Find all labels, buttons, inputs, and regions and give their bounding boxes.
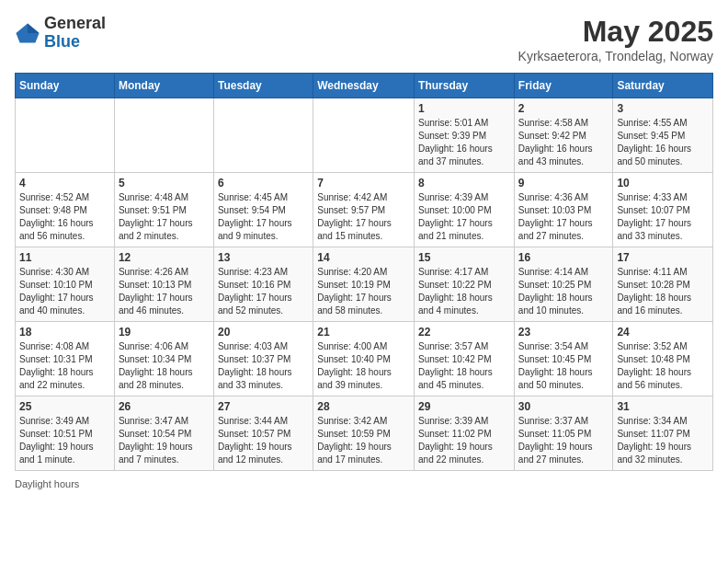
calendar-cell: 22Sunrise: 3:57 AM Sunset: 10:42 PM Dayl… <box>415 322 515 396</box>
day-header-friday: Friday <box>514 74 613 98</box>
calendar-cell: 11Sunrise: 4:30 AM Sunset: 10:10 PM Dayl… <box>16 247 115 322</box>
week-row-5: 25Sunrise: 3:49 AM Sunset: 10:51 PM Dayl… <box>16 396 713 471</box>
calendar-cell <box>313 98 415 173</box>
day-number: 4 <box>19 177 110 190</box>
calendar-cell: 8Sunrise: 4:39 AM Sunset: 10:00 PM Dayli… <box>415 173 515 247</box>
calendar-cell: 15Sunrise: 4:17 AM Sunset: 10:22 PM Dayl… <box>415 247 515 322</box>
day-number: 6 <box>218 177 309 190</box>
calendar-cell: 3Sunrise: 4:55 AM Sunset: 9:45 PM Daylig… <box>613 98 713 173</box>
logo-general-text: General <box>44 15 106 33</box>
svg-marker-1 <box>28 23 40 33</box>
day-number: 29 <box>418 400 510 413</box>
calendar-cell: 7Sunrise: 4:42 AM Sunset: 9:57 PM Daylig… <box>313 173 415 247</box>
day-detail: Sunrise: 3:42 AM Sunset: 10:59 PM Daylig… <box>317 415 410 466</box>
day-detail: Sunrise: 5:01 AM Sunset: 9:39 PM Dayligh… <box>418 117 510 168</box>
calendar-cell: 18Sunrise: 4:08 AM Sunset: 10:31 PM Dayl… <box>16 322 115 396</box>
day-number: 31 <box>617 400 709 413</box>
calendar-cell: 13Sunrise: 4:23 AM Sunset: 10:16 PM Dayl… <box>213 247 313 322</box>
day-detail: Sunrise: 4:17 AM Sunset: 10:22 PM Daylig… <box>418 266 510 317</box>
day-number: 13 <box>218 251 309 264</box>
day-detail: Sunrise: 3:57 AM Sunset: 10:42 PM Daylig… <box>418 340 510 392</box>
calendar-cell: 21Sunrise: 4:00 AM Sunset: 10:40 PM Dayl… <box>313 322 415 396</box>
calendar-cell: 14Sunrise: 4:20 AM Sunset: 10:19 PM Dayl… <box>313 247 415 322</box>
day-number: 20 <box>218 326 309 339</box>
calendar-cell: 24Sunrise: 3:52 AM Sunset: 10:48 PM Dayl… <box>613 322 713 396</box>
day-detail: Sunrise: 4:33 AM Sunset: 10:07 PM Daylig… <box>617 191 709 243</box>
daylight-hours-label: Daylight hours <box>15 478 79 489</box>
day-detail: Sunrise: 4:14 AM Sunset: 10:25 PM Daylig… <box>518 266 609 317</box>
day-detail: Sunrise: 3:49 AM Sunset: 10:51 PM Daylig… <box>19 415 110 466</box>
day-number: 1 <box>418 102 510 115</box>
day-detail: Sunrise: 3:54 AM Sunset: 10:45 PM Daylig… <box>518 340 609 392</box>
day-number: 12 <box>119 251 210 264</box>
day-number: 15 <box>418 251 510 264</box>
footer: Daylight hours <box>15 478 713 489</box>
calendar-cell: 2Sunrise: 4:58 AM Sunset: 9:42 PM Daylig… <box>514 98 613 173</box>
day-number: 30 <box>518 400 609 413</box>
calendar-title: May 2025 <box>518 15 713 49</box>
day-number: 25 <box>19 400 110 413</box>
calendar-subtitle: Kyrksaeterora, Trondelag, Norway <box>518 49 713 63</box>
week-row-1: 1Sunrise: 5:01 AM Sunset: 9:39 PM Daylig… <box>16 98 713 173</box>
day-detail: Sunrise: 4:06 AM Sunset: 10:34 PM Daylig… <box>119 340 210 392</box>
calendar-cell: 16Sunrise: 4:14 AM Sunset: 10:25 PM Dayl… <box>514 247 613 322</box>
week-row-4: 18Sunrise: 4:08 AM Sunset: 10:31 PM Dayl… <box>16 322 713 396</box>
calendar-cell: 12Sunrise: 4:26 AM Sunset: 10:13 PM Dayl… <box>114 247 213 322</box>
day-detail: Sunrise: 3:44 AM Sunset: 10:57 PM Daylig… <box>218 415 309 466</box>
day-header-saturday: Saturday <box>613 74 713 98</box>
day-detail: Sunrise: 4:45 AM Sunset: 9:54 PM Dayligh… <box>218 191 309 243</box>
calendar-cell <box>213 98 313 173</box>
day-detail: Sunrise: 4:55 AM Sunset: 9:45 PM Dayligh… <box>617 117 709 168</box>
day-detail: Sunrise: 4:03 AM Sunset: 10:37 PM Daylig… <box>218 340 309 392</box>
day-detail: Sunrise: 4:39 AM Sunset: 10:00 PM Daylig… <box>418 191 510 243</box>
calendar-cell: 19Sunrise: 4:06 AM Sunset: 10:34 PM Dayl… <box>114 322 213 396</box>
day-detail: Sunrise: 3:52 AM Sunset: 10:48 PM Daylig… <box>617 340 709 392</box>
day-number: 24 <box>617 326 709 339</box>
day-detail: Sunrise: 4:36 AM Sunset: 10:03 PM Daylig… <box>518 191 609 243</box>
calendar-cell: 10Sunrise: 4:33 AM Sunset: 10:07 PM Dayl… <box>613 173 713 247</box>
calendar-cell: 31Sunrise: 3:34 AM Sunset: 11:07 PM Dayl… <box>613 396 713 471</box>
calendar-cell: 28Sunrise: 3:42 AM Sunset: 10:59 PM Dayl… <box>313 396 415 471</box>
day-number: 8 <box>418 177 510 190</box>
calendar-cell: 1Sunrise: 5:01 AM Sunset: 9:39 PM Daylig… <box>415 98 515 173</box>
calendar-cell: 26Sunrise: 3:47 AM Sunset: 10:54 PM Dayl… <box>114 396 213 471</box>
day-detail: Sunrise: 3:39 AM Sunset: 11:02 PM Daylig… <box>418 415 510 466</box>
day-number: 5 <box>119 177 210 190</box>
logo-icon <box>15 20 40 46</box>
day-detail: Sunrise: 4:26 AM Sunset: 10:13 PM Daylig… <box>119 266 210 317</box>
calendar-cell: 30Sunrise: 3:37 AM Sunset: 11:05 PM Dayl… <box>514 396 613 471</box>
day-number: 7 <box>317 177 410 190</box>
week-row-2: 4Sunrise: 4:52 AM Sunset: 9:48 PM Daylig… <box>16 173 713 247</box>
day-number: 18 <box>19 326 110 339</box>
day-number: 11 <box>19 251 110 264</box>
calendar-cell: 23Sunrise: 3:54 AM Sunset: 10:45 PM Dayl… <box>514 322 613 396</box>
day-detail: Sunrise: 4:23 AM Sunset: 10:16 PM Daylig… <box>218 266 309 317</box>
page-header: General Blue May 2025 Kyrksaeterora, Tro… <box>15 15 713 63</box>
calendar-cell <box>114 98 213 173</box>
day-detail: Sunrise: 4:42 AM Sunset: 9:57 PM Dayligh… <box>317 191 410 243</box>
day-number: 27 <box>218 400 309 413</box>
day-detail: Sunrise: 4:08 AM Sunset: 10:31 PM Daylig… <box>19 340 110 392</box>
week-row-3: 11Sunrise: 4:30 AM Sunset: 10:10 PM Dayl… <box>16 247 713 322</box>
calendar-cell: 27Sunrise: 3:44 AM Sunset: 10:57 PM Dayl… <box>213 396 313 471</box>
logo: General Blue <box>15 15 106 52</box>
calendar-cell <box>16 98 115 173</box>
logo-blue-text: Blue <box>44 33 106 52</box>
day-number: 23 <box>518 326 609 339</box>
day-header-tuesday: Tuesday <box>213 74 313 98</box>
calendar-cell: 25Sunrise: 3:49 AM Sunset: 10:51 PM Dayl… <box>16 396 115 471</box>
day-number: 14 <box>317 251 410 264</box>
day-detail: Sunrise: 4:00 AM Sunset: 10:40 PM Daylig… <box>317 340 410 392</box>
calendar-cell: 17Sunrise: 4:11 AM Sunset: 10:28 PM Dayl… <box>613 247 713 322</box>
day-number: 10 <box>617 177 709 190</box>
day-detail: Sunrise: 4:48 AM Sunset: 9:51 PM Dayligh… <box>119 191 210 243</box>
calendar-cell: 29Sunrise: 3:39 AM Sunset: 11:02 PM Dayl… <box>415 396 515 471</box>
day-detail: Sunrise: 4:52 AM Sunset: 9:48 PM Dayligh… <box>19 191 110 243</box>
calendar-header-row: SundayMondayTuesdayWednesdayThursdayFrid… <box>16 74 713 98</box>
day-detail: Sunrise: 4:30 AM Sunset: 10:10 PM Daylig… <box>19 266 110 317</box>
title-block: May 2025 Kyrksaeterora, Trondelag, Norwa… <box>518 15 713 63</box>
day-number: 28 <box>317 400 410 413</box>
calendar-cell: 5Sunrise: 4:48 AM Sunset: 9:51 PM Daylig… <box>114 173 213 247</box>
calendar-cell: 20Sunrise: 4:03 AM Sunset: 10:37 PM Dayl… <box>213 322 313 396</box>
day-number: 21 <box>317 326 410 339</box>
